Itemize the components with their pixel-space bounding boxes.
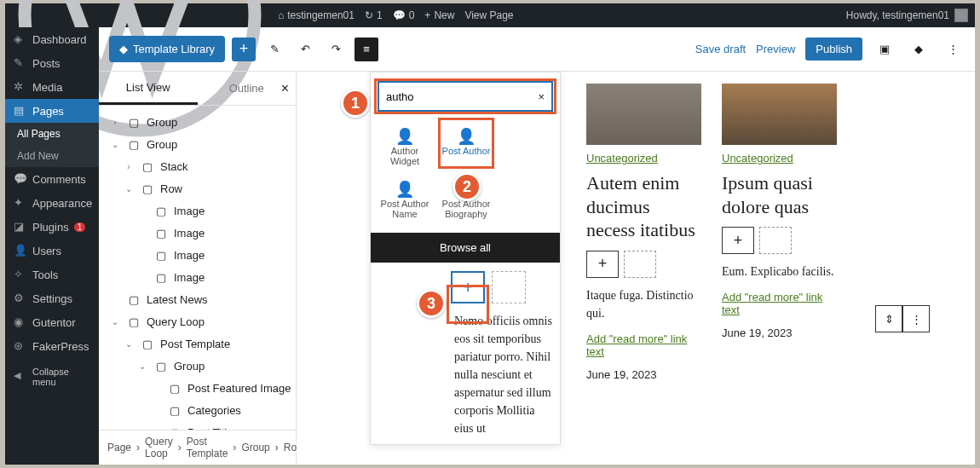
block-inserter: × 👤Author Widget👤Post Author👤Post Author… [370, 72, 561, 445]
nav-posts[interactable]: ✎Posts [5, 51, 99, 75]
undo-button[interactable]: ↶ [293, 38, 317, 61]
nav-plugins[interactable]: ◪Plugins1 [5, 215, 99, 239]
post-excerpt: Eum. Explicabo facilis. [722, 263, 837, 280]
comments-count[interactable]: 💬 0 [393, 9, 415, 21]
tree-node[interactable]: ▢Categories [99, 399, 296, 421]
tree-node[interactable]: ⌄▢Group [99, 133, 296, 155]
post-thumbnail [586, 84, 701, 145]
save-draft[interactable]: Save draft [695, 43, 746, 55]
placeholder[interactable] [624, 251, 656, 278]
callout-1: 1 [341, 89, 370, 118]
nav-appearance[interactable]: ✦Appearance [5, 191, 99, 215]
site-name[interactable]: ⌂ testingemen01 [278, 9, 355, 21]
inserter-search[interactable]: × [378, 81, 553, 112]
nav-settings[interactable]: ⚙Settings [5, 286, 99, 310]
nav-fakerpress[interactable]: ⊛FakerPress [5, 334, 99, 358]
view-page[interactable]: View Page [464, 9, 513, 21]
tree-node[interactable]: ▢Post Featured Image [99, 377, 296, 399]
nav-pages[interactable]: ▤Pages [5, 99, 99, 123]
close-listview[interactable]: × [281, 81, 289, 96]
nav-gutentor[interactable]: ◉Gutentor [5, 310, 99, 334]
read-more-link[interactable]: Add "read more" link text [722, 291, 837, 316]
nav-add-new[interactable]: Add New [5, 145, 99, 167]
tree-node[interactable]: ›▢Stack [99, 155, 296, 177]
add-block-button[interactable]: + [232, 38, 256, 61]
sidebar-toggle[interactable]: ▣ [873, 38, 896, 61]
post-card: UncategorizedIpsum quasi dolore quas+Eum… [722, 84, 837, 381]
inserter-item[interactable]: 👤Author Widget [374, 120, 435, 173]
breadcrumb[interactable]: Page › Query Loop › Post Template › Grou… [99, 430, 296, 465]
listview-toggle[interactable]: ≡ [355, 38, 378, 61]
nav-dashboard[interactable]: ◈Dashboard [5, 27, 99, 51]
new-content[interactable]: + New [424, 9, 454, 21]
post-category[interactable]: Uncategorized [586, 152, 658, 165]
post-card: UncategorizedAutem enim ducimus necess i… [586, 84, 701, 381]
tree-node[interactable]: ⌄▢Query Loop [99, 310, 296, 332]
nav-users[interactable]: 👤Users [5, 239, 99, 263]
tree-node[interactable]: ›▢Group [99, 111, 296, 133]
howdy[interactable]: Howdy, testingemen01 [846, 9, 949, 21]
browse-all-button[interactable]: Browse all [371, 233, 560, 263]
post-title: Autem enim ducimus necess itatibus [586, 171, 701, 242]
tree-node[interactable]: ▢Post Title [99, 421, 296, 430]
block-options[interactable]: ⋮ [902, 305, 930, 332]
redo-button[interactable]: ↷ [324, 38, 348, 61]
block-placeholder[interactable] [492, 271, 526, 303]
clear-search-icon[interactable]: × [538, 90, 545, 103]
tree-node[interactable]: ⌄▢Post Template [99, 332, 296, 355]
add-button[interactable]: + [586, 251, 619, 278]
move-handle[interactable]: ⇕ [875, 305, 902, 332]
nav-media[interactable]: ✲Media [5, 75, 99, 99]
tree-node[interactable]: ▢Latest News [99, 288, 296, 310]
tree-node[interactable]: ▢Image [99, 222, 296, 244]
tree-node[interactable]: ▢Image [99, 199, 296, 222]
tree-node[interactable]: ▢Image [99, 266, 296, 288]
publish-button[interactable]: Publish [805, 38, 862, 61]
avatar[interactable] [954, 9, 968, 22]
placeholder[interactable] [759, 227, 792, 254]
gutentor-icon[interactable]: ◆ [907, 38, 931, 61]
post-date: June 19, 2023 [722, 326, 837, 339]
nav-all-pages[interactable]: All Pages [5, 123, 99, 145]
post-excerpt: Itaque fuga. Distinctio qui. [586, 286, 701, 322]
add-button[interactable]: + [722, 227, 754, 254]
callout-3: 3 [417, 289, 446, 318]
post-date: June 19, 2023 [586, 368, 701, 381]
tab-listview[interactable]: List View [99, 72, 198, 105]
nav-tools[interactable]: ✧Tools [5, 263, 99, 286]
add-block-inline[interactable]: + [451, 271, 485, 303]
read-more-link[interactable]: Add "read more" link text [586, 332, 701, 358]
preview[interactable]: Preview [756, 43, 795, 55]
updates[interactable]: ↻ 1 [365, 9, 383, 21]
template-library-button[interactable]: ◆ Template Library [109, 36, 225, 62]
tree-node[interactable]: ⌄▢Group [99, 355, 296, 377]
admin-sidebar: ◈Dashboard ✎Posts ✲Media ▤Pages All Page… [5, 27, 99, 465]
post-title: Ipsum quasi dolore quas [722, 171, 837, 218]
options-menu[interactable]: ⋮ [941, 38, 965, 61]
post-category[interactable]: Uncategorized [722, 152, 793, 165]
excerpt-col1: Nemo officiis omnis eos sit temporibus p… [371, 312, 560, 444]
search-input[interactable] [386, 90, 538, 103]
inserter-item[interactable]: 👤Post Author [435, 120, 497, 173]
edit-tool[interactable]: ✎ [262, 38, 286, 61]
collapse-menu[interactable]: ◀Collapse menu [5, 361, 99, 392]
post-thumbnail [722, 84, 837, 145]
nav-comments[interactable]: 💬Comments [5, 167, 99, 191]
tree-node[interactable]: ⌄▢Row [99, 177, 296, 199]
tree-node[interactable]: ▢Image [99, 244, 296, 266]
inserter-item[interactable]: 👤Post Author Name [374, 173, 435, 226]
callout-2: 2 [453, 172, 481, 201]
